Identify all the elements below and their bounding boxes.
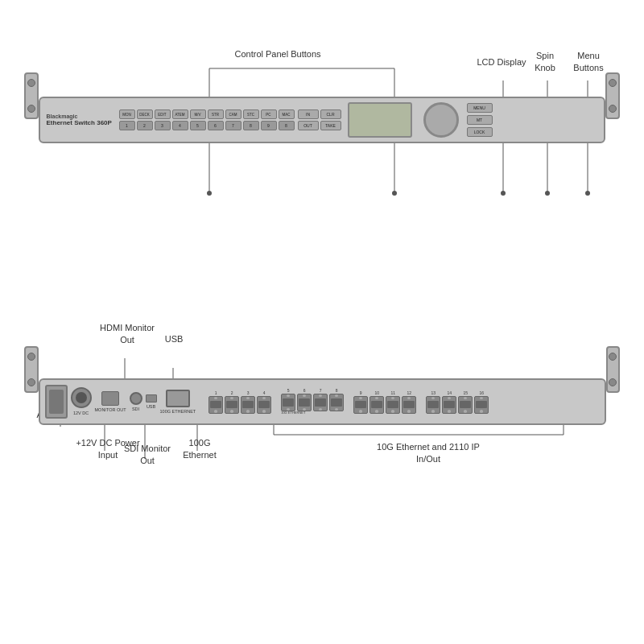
btn-num-9[interactable]: 9 [261,121,277,130]
port-numbers-1-4: 1 2 3 4 [208,390,271,395]
port-num-6: 6 [297,388,312,393]
btn-num-3[interactable]: 3 [155,121,171,130]
led-15a [464,397,467,399]
led-9b [359,410,362,412]
port-num-5: 5 [281,388,295,393]
btn-pc[interactable]: PC [261,109,277,119]
front-panel-section: Blackmagic Ethernet Switch 360P MON DECK… [24,48,620,143]
svg-point-8 [545,191,550,196]
rack-hole-top-r [609,79,617,87]
panel-model: Ethernet Switch 360P [47,119,119,127]
eth-port-9 [353,396,368,414]
port-num-2: 2 [225,390,239,395]
lcd-display [348,102,412,138]
dc-connector [71,387,92,408]
eth-ports-5-8 [281,394,344,411]
button-row-1: MON DECK EDIT ATEM M/V STR CAM STC PC MA… [119,109,295,119]
eth-port-15 [458,396,473,414]
btn-num-8[interactable]: 8 [243,121,259,130]
btn-mon[interactable]: MON [119,109,135,119]
led-15b [464,410,467,412]
led-3b [246,410,250,412]
btn-clear[interactable]: CLR [320,109,341,119]
btn-cam[interactable]: CAM [225,109,242,119]
dc-inner [76,392,87,403]
btn-num-6[interactable]: 6 [208,121,224,130]
led-14b [448,410,451,412]
rack-hole-top [27,79,35,87]
left-rack-ear [24,72,39,119]
eth-port-2 [225,396,239,414]
btn-deck[interactable]: DECK [137,109,153,119]
led-3a [246,397,250,399]
btn-num-2[interactable]: 2 [137,121,153,130]
back-left-rack-ear [24,346,39,393]
btn-menu[interactable]: MENU [467,103,493,113]
led-8b [335,408,338,411]
qsfp-port-1 [166,390,190,407]
btn-mt[interactable]: MT [467,115,493,125]
btn-lock[interactable]: LOCK [467,127,493,137]
rj45-5 [283,398,294,407]
back-rack-hole-top-l [27,353,35,361]
port-num-7: 7 [313,388,328,393]
btn-take[interactable]: TAKE [320,121,341,130]
btn-in[interactable]: IN [298,109,319,119]
eth-port-11 [386,396,400,414]
port-numbers-5-8: 5 6 7 8 [281,388,344,393]
btn-num-10[interactable]: 8 [279,121,295,130]
btn-num-5[interactable]: 5 [190,121,206,130]
rj45-4 [258,401,270,409]
btn-atem[interactable]: ATEM [172,109,188,119]
ac-inlet-inner [49,390,64,414]
eth-group-5-8: 5 6 7 8 10G ETHERNET [281,388,344,415]
label-sdi-monitor-out: SDI Monitor Out [123,443,171,468]
port-num-15: 15 [458,390,473,395]
rj45-7 [315,398,326,407]
btn-mview[interactable]: M/V [190,109,206,119]
btn-mac[interactable]: MAC [279,109,295,119]
rj45-3 [242,401,254,409]
btn-edit[interactable]: EDIT [155,109,171,119]
button-grid: MON DECK EDIT ATEM M/V STR CAM STC PC MA… [119,109,295,130]
led-16b [480,410,483,412]
btn-out[interactable]: OUT [298,121,319,130]
btn-stream[interactable]: STR [208,109,224,119]
button-row-2: 1 2 3 4 5 6 7 8 9 8 [119,121,295,130]
led-9a [359,397,362,399]
back-rack-hole-top-r [609,353,617,361]
eth-port-16 [474,396,489,414]
spin-knob[interactable] [423,102,459,138]
btn-num-1[interactable]: 1 [119,121,135,130]
led-8a [335,394,338,397]
usb-port [146,394,157,402]
eth-group-9-12: 9 10 11 12 [353,390,416,414]
io-area: IN CLR OUT TAKE [298,109,341,130]
label-10g-ethernet: 10G Ethernet and 2110 IP In/Out [364,441,493,466]
port-num-1: 1 [208,390,223,395]
led-2b [230,410,233,412]
back-right-rack-ear [606,346,621,393]
label-monitor-out-panel: MONITOR OUT [95,407,126,413]
eth-port-6 [297,394,312,411]
port-num-14: 14 [442,390,456,395]
rack-hole-bottom [27,105,35,113]
led-1b [214,410,217,412]
label-10g-group-panel: 10G ETHERNET [281,411,305,415]
back-rack-hole-bottom-r [609,378,617,386]
rj45-6 [299,398,310,407]
btn-num-4[interactable]: 4 [172,121,188,130]
right-buttons-area: MENU MT LOCK [467,103,493,137]
btn-num-7[interactable]: 7 [225,121,242,130]
led-10a [375,397,378,399]
led-10b [375,410,378,412]
port-num-9: 9 [353,390,368,395]
label-sdi-panel: SDI [132,407,139,412]
eth-port-5 [281,394,295,411]
label-100g-panel: 100G ETHERNET [160,409,196,415]
port-num-4: 4 [257,390,271,395]
eth-port-1 [208,396,223,414]
rj45-2 [226,401,237,409]
svg-point-3 [207,191,212,196]
btn-stc[interactable]: STC [243,109,259,119]
